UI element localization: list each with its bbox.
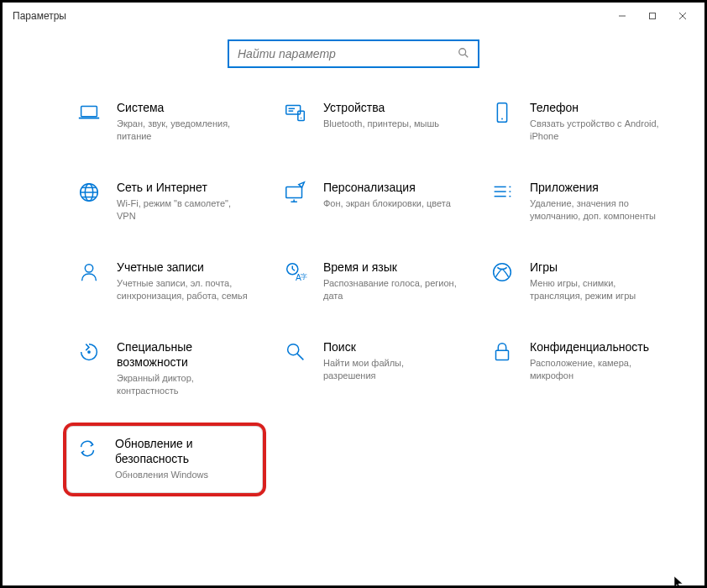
ease-of-access-icon [75,338,103,366]
svg-point-36 [87,350,91,354]
tile-search[interactable]: Поиск Найти мои файлы, разрешения [280,334,473,401]
xbox-icon [488,258,516,286]
search-tile-icon [281,338,310,366]
tile-desc: Обновления Windows [115,469,249,481]
tile-title: Приложения [530,180,664,195]
settings-grid: Система Экран, звук, уведомления, питани… [3,88,704,513]
maximize-button[interactable] [637,4,668,28]
window-title: Параметры [9,10,66,22]
account-icon [75,258,103,286]
search-input[interactable] [238,47,453,60]
tile-title: Система [117,100,251,115]
tile-desc: Меню игры, снимки, трансляция, режим игр… [530,277,664,302]
tile-desc: Удаление, значения по умолчанию, доп. ко… [530,197,664,223]
update-icon [73,434,102,463]
time-language-icon: A字 [281,258,310,286]
search-icon [458,47,469,61]
tile-time-language[interactable]: A字 Время и язык Распознавание голоса, ре… [280,255,473,306]
tile-title: Специальные возможности [117,339,251,370]
cursor-icon [673,575,685,588]
tile-title: Игры [530,260,664,275]
tile-apps[interactable]: Приложения Удаление, значения по умолчан… [486,175,679,226]
svg-text:字: 字 [301,272,307,281]
tile-title: Устройства [323,100,439,115]
tile-title: Персонализация [323,180,451,195]
svg-rect-6 [81,107,97,117]
tile-desc: Найти мои файлы, разрешения [323,357,458,382]
svg-rect-9 [298,111,305,120]
tile-desc: Распознавание голоса, регион, дата [323,277,458,302]
globe-icon [75,178,103,207]
tile-phone[interactable]: Телефон Связать устройство с Android, iP… [486,95,679,146]
svg-point-14 [501,118,503,120]
lock-icon [488,338,516,366]
search-box[interactable] [228,39,479,68]
close-button[interactable] [668,4,698,28]
tile-title: Телефон [530,100,664,115]
svg-rect-39 [496,350,509,360]
titlebar: Параметры [3,3,704,29]
tile-desc: Учетные записи, эл. почта, синхронизация… [117,277,251,302]
tile-title: Обновление и безопасность [115,436,249,466]
tile-update-security[interactable]: Обновление и безопасность Обновления Win… [63,423,266,496]
svg-point-35 [494,263,511,281]
tile-desc: Связать устройство с Android, iPhone [530,118,664,143]
tile-gaming[interactable]: Игры Меню игры, снимки, трансляция, режи… [486,255,679,306]
tile-desc: Расположение, камера, микрофон [530,357,664,382]
svg-point-4 [459,48,466,55]
tile-system[interactable]: Система Экран, звук, уведомления, питани… [73,95,266,146]
tile-devices[interactable]: Устройства Bluetooth, принтеры, мышь [280,95,473,146]
tile-accounts[interactable]: Учетные записи Учетные записи, эл. почта… [73,255,266,306]
tile-desc: Экран, звук, уведомления, питание [117,118,251,143]
tile-ease-of-access[interactable]: Специальные возможности Экранный диктор,… [73,334,266,401]
tile-desc: Wi-Fi, режим "в самолете", VPN [117,197,251,223]
minimize-button[interactable] [607,4,637,28]
apps-icon [488,178,516,207]
tile-desc: Фон, экран блокировки, цвета [323,197,451,210]
svg-rect-1 [650,13,656,19]
svg-line-5 [465,54,469,57]
tile-desc: Экранный диктор, контрастность [117,372,251,397]
tile-title: Учетные записи [117,260,251,275]
laptop-icon [75,98,103,127]
tile-privacy[interactable]: Конфиденциальность Расположение, камера,… [486,334,679,401]
svg-rect-20 [286,186,302,197]
personalization-icon [281,178,310,207]
tile-desc: Bluetooth, принтеры, мышь [323,118,439,130]
tile-title: Поиск [323,339,458,354]
svg-line-32 [292,269,295,270]
tile-title: Сеть и Интернет [117,180,251,195]
svg-point-10 [301,118,302,119]
tile-network[interactable]: Сеть и Интернет Wi-Fi, режим "в самолете… [73,175,266,226]
svg-line-38 [297,354,304,360]
tile-title: Конфиденциальность [530,339,664,354]
tile-title: Время и язык [323,260,458,275]
tile-personalization[interactable]: Персонализация Фон, экран блокировки, цв… [280,175,473,226]
phone-icon [488,98,516,127]
svg-point-29 [85,264,92,271]
svg-point-37 [288,344,299,354]
devices-icon [281,98,310,127]
